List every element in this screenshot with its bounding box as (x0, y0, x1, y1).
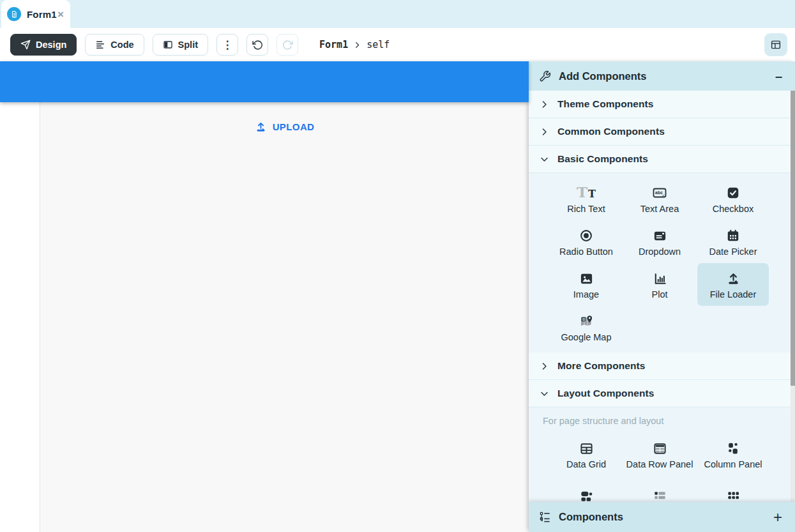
split-button[interactable]: Split (153, 34, 208, 56)
components-tree-header[interactable]: Components + (529, 502, 795, 532)
radio-button-icon (579, 227, 593, 245)
breadcrumb: Form1 self (319, 39, 390, 50)
svg-text:G: G (582, 317, 585, 321)
component-tile-data-grid[interactable]: Data Grid (550, 433, 622, 476)
panel-title: Add Components (559, 70, 768, 82)
file-loader-icon (726, 270, 741, 287)
components-tree-icon (539, 511, 551, 523)
component-tile-file-loader[interactable]: File Loader (697, 263, 769, 306)
category-more-components[interactable]: More Components (529, 353, 795, 380)
toggle-sidebar-button[interactable] (764, 33, 787, 56)
chevron-down-icon (539, 388, 549, 399)
kebab-menu-icon: ⋮ (222, 38, 233, 52)
tab-bar: Form1 × (0, 0, 795, 28)
add-icon[interactable]: + (773, 510, 785, 525)
collapse-panel-icon[interactable]: – (775, 70, 785, 82)
basic-components-grid: TT Rich Text abc Text Area (529, 173, 795, 353)
component-tile-plot[interactable]: Plot (624, 263, 695, 306)
split-button-label: Split (178, 40, 198, 50)
more-options-button[interactable]: ⋮ (216, 34, 238, 56)
component-tile-google-map[interactable]: G Google Map (550, 306, 622, 349)
design-canvas: UPLOAD (0, 61, 529, 532)
category-layout-components[interactable]: Layout Components (529, 380, 795, 407)
data-row-panel-icon (653, 440, 667, 457)
category-common-components[interactable]: Common Components (529, 118, 795, 146)
component-tile-text-area[interactable]: abc Text Area (624, 178, 695, 220)
column-panel-icon (726, 440, 740, 457)
upload-label: UPLOAD (273, 121, 315, 132)
category-basic-components[interactable]: Basic Components (529, 146, 795, 173)
chevron-down-icon (539, 154, 549, 164)
wrench-icon (539, 70, 551, 82)
breadcrumb-form1[interactable]: Form1 (319, 39, 348, 50)
component-tile-date-picker[interactable]: Date Picker (697, 220, 769, 263)
redo-button[interactable] (276, 34, 298, 56)
code-button[interactable]: Code (85, 34, 144, 56)
breadcrumb-self[interactable]: self (367, 39, 390, 50)
chevron-right-icon (539, 99, 549, 109)
form-content-surface[interactable]: UPLOAD (40, 102, 529, 532)
design-button[interactable]: Design (10, 34, 77, 56)
sidebar-scrollbar-thumb[interactable] (791, 91, 795, 386)
close-icon[interactable]: × (57, 9, 64, 20)
checkbox-icon (726, 185, 740, 202)
google-map-icon: G (579, 313, 594, 330)
code-button-label: Code (110, 40, 133, 50)
component-tile-image[interactable]: Image (550, 263, 622, 306)
add-components-panel: Add Components – Theme Components Common… (529, 61, 795, 532)
rich-text-icon: TT (577, 185, 596, 202)
tab-label: Form1 (27, 9, 57, 20)
component-tile-rich-text[interactable]: TT Rich Text (550, 178, 622, 220)
plot-icon (653, 270, 667, 287)
toolbar: Design Code Split ⋮ (0, 28, 795, 61)
layout-panel-icon (770, 39, 782, 50)
align-left-icon (95, 40, 105, 50)
split-pane-icon (163, 40, 173, 50)
dropdown-icon (653, 227, 667, 245)
component-tile-checkbox[interactable]: Checkbox (697, 178, 769, 220)
undo-button[interactable] (246, 34, 268, 56)
layout-section-description: For page structure and layout (529, 407, 795, 429)
data-grid-icon (579, 440, 594, 457)
component-tile-data-row-panel[interactable]: Data Row Panel (624, 433, 695, 476)
file-loader-component[interactable]: UPLOAD (40, 121, 529, 133)
date-picker-icon (726, 227, 740, 245)
form-document-icon (7, 7, 21, 21)
component-tile-dropdown[interactable]: Dropdown (624, 220, 695, 263)
add-components-header[interactable]: Add Components – (529, 61, 795, 91)
main-area: UPLOAD Add Components – Theme Components (0, 61, 795, 532)
tab-form1[interactable]: Form1 × (1, 0, 70, 28)
form-title-bar[interactable] (0, 61, 529, 102)
component-tile-radio-button[interactable]: Radio Button (550, 220, 622, 263)
components-panel-title: Components (559, 511, 766, 523)
design-button-label: Design (36, 40, 66, 50)
paper-plane-icon (20, 40, 31, 50)
undo-icon (252, 40, 263, 50)
chevron-right-icon (539, 126, 549, 137)
chevron-right-icon (354, 42, 361, 49)
redo-icon (282, 40, 293, 50)
svg-text:abc: abc (655, 190, 663, 195)
text-area-icon: abc (652, 185, 667, 202)
component-tile-column-panel[interactable]: Column Panel (697, 433, 769, 476)
image-icon (579, 270, 594, 287)
sidebar-scrollbar-track[interactable] (791, 91, 795, 502)
upload-icon (255, 121, 267, 133)
category-theme-components[interactable]: Theme Components (529, 91, 795, 118)
chevron-right-icon (539, 361, 549, 371)
